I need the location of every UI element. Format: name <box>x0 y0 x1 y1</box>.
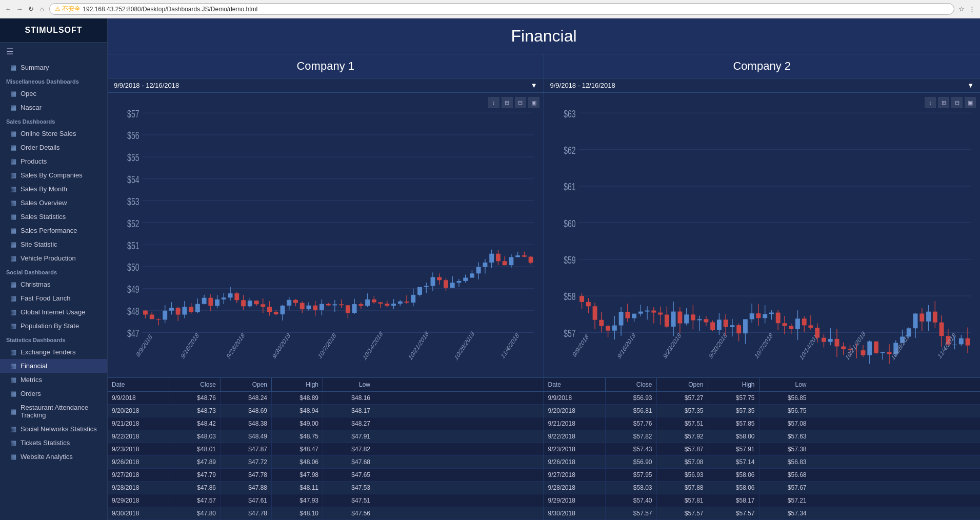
date-selector-2[interactable]: 9/9/2018 - 12/16/2018▼ <box>544 78 981 93</box>
nav-item-sales-overview[interactable]: ▦Sales Overview <box>0 196 107 210</box>
nav-item-population-by-state[interactable]: ▦Population By State <box>0 319 107 333</box>
nav-item-sales-performance[interactable]: ▦Sales Performance <box>0 224 107 237</box>
table-cell: $47.86 <box>169 482 221 494</box>
svg-rect-224 <box>749 313 754 319</box>
svg-rect-239 <box>795 318 799 329</box>
date-selector-1[interactable]: 9/9/2018 - 12/16/2018▼ <box>108 78 544 93</box>
table-cell: $57.08 <box>759 417 811 430</box>
home-btn[interactable]: ⌂ <box>38 5 46 13</box>
nav-icon: ▦ <box>10 281 16 288</box>
nav-icon: ▦ <box>10 171 16 179</box>
nav-item-fast-food-lanch[interactable]: ▦Fast Food Lanch <box>0 291 107 305</box>
svg-text:$53: $53 <box>127 195 139 207</box>
svg-rect-46 <box>208 298 213 306</box>
brand-logo: STIMULSOFT <box>0 18 107 43</box>
svg-rect-134 <box>476 267 481 273</box>
table-cell: $47.51 <box>323 494 374 507</box>
summary-icon: ▦ <box>10 64 16 71</box>
table-cell: $56.85 <box>759 392 811 404</box>
table-header-cell: Close <box>606 378 657 391</box>
table-cell: $57.08 <box>657 456 708 468</box>
svg-rect-99 <box>372 299 376 303</box>
browser-actions: ☆ ⋮ <box>957 5 976 13</box>
nav-item-social-networks-statistics[interactable]: ▦Social Networks Statistics <box>0 422 107 436</box>
chart-tool-button[interactable]: ▣ <box>528 97 539 108</box>
nav-summary[interactable]: ▦ Summary <box>0 61 107 74</box>
forward-btn[interactable]: → <box>15 5 24 13</box>
section-label: Statistics Dashboards <box>0 333 107 345</box>
table-cell: $57.76 <box>606 417 657 430</box>
page-title: Financial <box>108 18 980 54</box>
chart-tool-button[interactable]: ↕ <box>925 97 936 108</box>
svg-rect-198 <box>671 312 675 327</box>
nav-item-products[interactable]: ▦Products <box>0 154 107 168</box>
nav-item-financial[interactable]: ▦Financial <box>0 359 107 373</box>
nav-item-christmas[interactable]: ▦Christmas <box>0 277 107 291</box>
data-table-2: DateCloseOpenHighLow9/9/2018$56.93$57.27… <box>544 377 981 520</box>
chart-tool-button[interactable]: ⊞ <box>938 97 949 108</box>
nav-icon: ▦ <box>10 348 16 356</box>
bookmark-btn[interactable]: ☆ <box>957 5 966 13</box>
svg-rect-201 <box>677 312 682 324</box>
nav-item-nascar[interactable]: ▦Nascar <box>0 101 107 114</box>
table-cell: $57.91 <box>708 443 759 455</box>
svg-rect-181 <box>618 312 623 325</box>
svg-rect-183 <box>625 312 630 318</box>
svg-rect-186 <box>632 314 636 318</box>
svg-rect-265 <box>874 342 878 353</box>
nav-item-online-store-sales[interactable]: ▦Online Store Sales <box>0 127 107 141</box>
svg-rect-54 <box>234 293 239 300</box>
nav-item-global-internet-usage[interactable]: ▦Global Internet Usage <box>0 305 107 319</box>
table-cell: $57.43 <box>606 443 657 455</box>
table-header-cell: Open <box>221 378 272 391</box>
svg-rect-231 <box>769 313 773 314</box>
svg-rect-0 <box>110 97 542 375</box>
nav-item-restaurant-attendance-tracking[interactable]: ▦Restaurant Attendance Tracking <box>0 401 107 422</box>
nav-item-sales-by-month[interactable]: ▦Sales By Month <box>0 182 107 196</box>
svg-rect-39 <box>189 307 193 312</box>
nav-item-order-details[interactable]: ▦Order Details <box>0 141 107 154</box>
nav-item-orders[interactable]: ▦Orders <box>0 387 107 401</box>
svg-text:$51: $51 <box>127 239 139 251</box>
table-cell: $48.42 <box>169 417 221 430</box>
svg-rect-74 <box>293 300 298 303</box>
table-cell: $56.90 <box>606 456 657 468</box>
svg-rect-50 <box>222 297 226 299</box>
nav-item-sales-by-companies[interactable]: ▦Sales By Companies <box>0 168 107 182</box>
table-cell: $56.93 <box>606 392 657 404</box>
nav-item-site-statistic[interactable]: ▦Site Statistic <box>0 237 107 251</box>
svg-rect-125 <box>450 283 455 288</box>
menu-toggle[interactable]: ☰ <box>0 43 107 61</box>
nav-item-opec[interactable]: ▦Opec <box>0 87 107 101</box>
back-btn[interactable]: ← <box>4 5 12 13</box>
table-row: 9/20/2018$56.81$57.35$57.35$56.75 <box>544 405 981 417</box>
svg-rect-144 <box>509 257 513 265</box>
chart-tool-button[interactable]: ⊞ <box>502 97 513 108</box>
address-bar[interactable]: ⚠ 不安全 192.168.43.252:8080/Desktop/Dashbo… <box>49 3 954 15</box>
menu-btn[interactable]: ⋮ <box>968 5 976 13</box>
svg-text:$61: $61 <box>564 181 575 193</box>
nav-item-tickets-statistics[interactable]: ▦Tickets Statistics <box>0 436 107 450</box>
table-row: 9/28/2018$47.86$47.88$48.11$47.53 <box>108 482 544 494</box>
nav-item-website-analytics[interactable]: ▦Website Analytics <box>0 450 107 464</box>
nav-item-metrics[interactable]: ▦Metrics <box>0 373 107 387</box>
nav-item-exchange-tenders[interactable]: ▦Exchange Tenders <box>0 345 107 359</box>
svg-rect-121 <box>437 277 442 280</box>
svg-rect-95 <box>358 304 363 306</box>
nav-item-sales-statistics[interactable]: ▦Sales Statistics <box>0 210 107 224</box>
svg-rect-138 <box>489 254 494 263</box>
table-cell: $57.35 <box>657 405 708 417</box>
svg-rect-194 <box>658 313 663 315</box>
svg-rect-213 <box>716 319 721 330</box>
table-cell: $48.38 <box>221 417 272 430</box>
table-cell: $48.69 <box>221 405 272 417</box>
reload-btn[interactable]: ↻ <box>27 5 35 13</box>
table-cell: $47.82 <box>323 443 374 455</box>
nav-item-vehicle-production[interactable]: ▦Vehicle Production <box>0 251 107 265</box>
chart-tool-button[interactable]: ⊟ <box>515 97 526 108</box>
chart-tool-button[interactable]: ⊟ <box>951 97 963 108</box>
table-row: 9/23/2018$48.01$47.87$48.47$47.82 <box>108 443 544 456</box>
chart-tool-button[interactable]: ↕ <box>488 97 499 108</box>
svg-rect-254 <box>841 346 846 349</box>
chart-tool-button[interactable]: ▣ <box>965 97 976 108</box>
